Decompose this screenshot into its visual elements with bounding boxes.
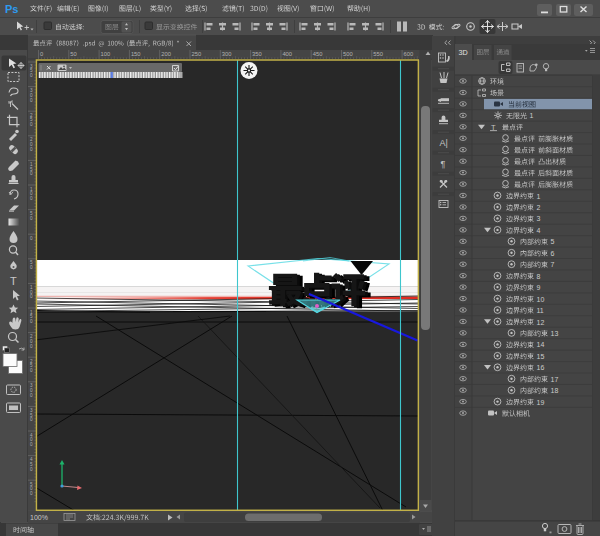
svg-text:12: 12 <box>537 319 545 326</box>
svg-text:400: 400 <box>282 51 292 57</box>
svg-text:4: 4 <box>537 227 541 234</box>
svg-text:150: 150 <box>131 51 141 57</box>
svg-text:15: 15 <box>537 353 545 360</box>
svg-text:3D: 3D <box>459 48 468 57</box>
svg-text:0: 0 <box>40 51 43 57</box>
svg-text:500: 500 <box>343 51 353 57</box>
svg-text:0: 0 <box>30 294 33 299</box>
svg-text:450: 450 <box>313 51 323 57</box>
svg-text:10: 10 <box>537 296 545 303</box>
svg-text:2: 2 <box>537 204 541 211</box>
svg-text:0: 0 <box>30 147 33 152</box>
svg-text:19: 19 <box>537 399 545 406</box>
svg-text:0: 0 <box>30 171 33 176</box>
svg-text:0: 0 <box>30 491 33 496</box>
svg-text:0: 0 <box>30 467 33 472</box>
svg-text:100: 100 <box>101 51 111 57</box>
svg-text:350: 350 <box>252 51 262 57</box>
svg-text:¶: ¶ <box>441 159 446 169</box>
svg-text:3: 3 <box>537 215 541 222</box>
svg-text:0: 0 <box>30 122 33 127</box>
svg-text:0: 0 <box>30 417 33 422</box>
svg-text:7: 7 <box>551 261 555 268</box>
svg-text:14: 14 <box>537 341 545 348</box>
svg-text:5: 5 <box>551 238 555 245</box>
svg-text:0: 0 <box>30 216 33 221</box>
svg-text:16: 16 <box>537 364 545 371</box>
svg-text:0: 0 <box>30 319 33 324</box>
svg-text:0: 0 <box>30 393 33 398</box>
svg-text:Ps: Ps <box>5 3 18 15</box>
svg-text:550: 550 <box>373 51 383 57</box>
svg-text:300: 300 <box>222 51 232 57</box>
svg-text:0: 0 <box>30 368 33 373</box>
svg-text:6: 6 <box>551 250 555 257</box>
svg-text:0: 0 <box>30 196 33 201</box>
svg-text:100%: 100% <box>30 514 48 521</box>
svg-text:0: 0 <box>30 73 33 78</box>
svg-text:1: 1 <box>530 112 534 119</box>
svg-text:0: 0 <box>30 265 33 270</box>
svg-text:A|: A| <box>440 138 448 148</box>
svg-text:0: 0 <box>30 344 33 349</box>
svg-text:17: 17 <box>551 376 559 383</box>
svg-text:0: 0 <box>30 236 33 241</box>
svg-text:50: 50 <box>70 51 76 57</box>
svg-text:9: 9 <box>537 284 541 291</box>
svg-text:600: 600 <box>404 51 414 57</box>
svg-text:0: 0 <box>30 442 33 447</box>
svg-text:18: 18 <box>551 387 559 394</box>
svg-text:8: 8 <box>537 273 541 280</box>
svg-text:0: 0 <box>30 98 33 103</box>
svg-text:200: 200 <box>161 51 171 57</box>
svg-text:1: 1 <box>537 193 541 200</box>
svg-text:250: 250 <box>192 51 202 57</box>
svg-text:13: 13 <box>551 330 559 337</box>
svg-text:11: 11 <box>537 307 544 314</box>
svg-text:T: T <box>10 275 17 287</box>
